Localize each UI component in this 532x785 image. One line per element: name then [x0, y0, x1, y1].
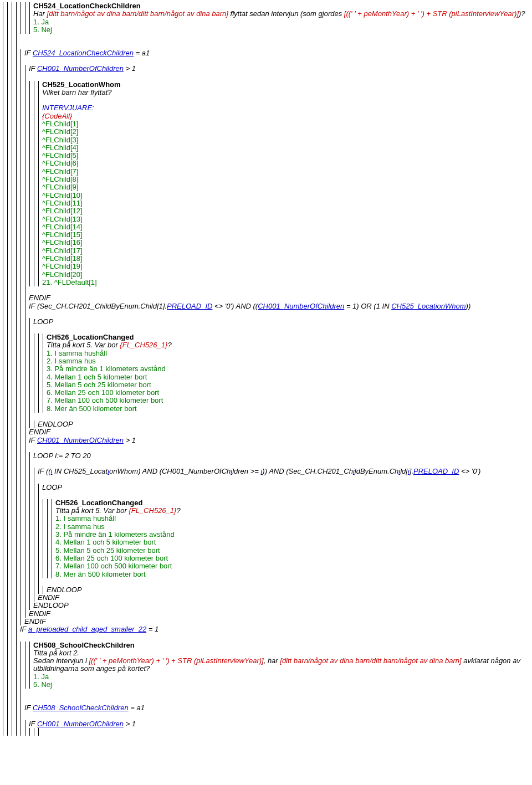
ch525-children-list: ^FLChild[1]^FLChild[2]^FLChild[3]^FLChil…: [40, 120, 532, 279]
link-ch524[interactable]: CH524_LocationCheckChildren: [33, 49, 134, 57]
text: flyttat sedan intervjun (som gjordes: [228, 9, 344, 18]
keyword-if: IF: [29, 64, 37, 73]
ch525-child-7: ^FLChild[7]: [40, 168, 532, 176]
fill-text: [ditt barn/något av dina barn/ditt barn/…: [280, 656, 461, 665]
ch508-q1: Titta på kort 2.: [31, 649, 532, 657]
ch525-child-14: ^FLChild[14]: [40, 223, 532, 231]
text: IF ((: [38, 467, 51, 475]
if-ch524: IF CH524_LocationCheckChildren = a1: [22, 49, 532, 57]
ch526b-a5: 5. Mellan 5 och 25 kilometer bort: [53, 547, 532, 555]
keyword-if: IF: [24, 704, 33, 712]
questionnaire-routing: CH524_LocationCheckChildren Har [ditt ba…: [0, 0, 532, 747]
ch525-child-18: ^FLChild[18]: [40, 255, 532, 263]
ch525-child-2: ^FLChild[2]: [40, 128, 532, 136]
ch525-child-11: ^FLChild[11]: [40, 199, 532, 207]
ch526b-a1: 1. I samma hushåll: [53, 515, 532, 522]
ch526-a6: 6. Mellan 25 och 100 kilometer bort: [44, 389, 532, 397]
ch525-child-20: ^FLChild[20]: [40, 271, 532, 279]
fill-text: [ditt barn/något av dina barn/ditt barn/…: [47, 9, 228, 18]
ch526-a1: 1. I samma hushåll: [44, 350, 532, 357]
link-preloaded-22[interactable]: a_preloaded_child_aged_smaller_22: [28, 625, 146, 633]
text: <> '0') AND ((: [212, 302, 258, 310]
text: Titta på kort 5. Var bor: [47, 341, 120, 349]
ch526b-question: Titta på kort 5. Var bor {FL_CH526_1}?: [53, 507, 532, 515]
link-ch508[interactable]: CH508_SchoolCheckChildren: [33, 704, 129, 712]
loop-2: LOOP: [40, 484, 532, 491]
text: )?: [519, 9, 525, 18]
if-numchildren-2: IF CH001_NumberOfChildren > 1: [27, 437, 532, 444]
loop-1: LOOP: [31, 318, 532, 326]
if-i-in: IF ((i IN CH525_LocationWhom) AND (CH001…: [35, 468, 532, 475]
ch526b-a7: 7. Mellan 100 och 500 kilometer bort: [53, 562, 532, 570]
ch525-interviewer: INTERVJUARE:: [40, 104, 532, 112]
text: = 1) OR (1 IN: [344, 302, 391, 310]
if-numchildren-3: IF CH001_NumberOfChildren > 1: [27, 720, 532, 728]
keyword-if: IF: [20, 625, 28, 633]
text: > 1: [124, 64, 136, 73]
ch526b-title: CH526_LocationChanged: [53, 499, 532, 507]
text: ].: [410, 467, 413, 475]
text: ld[: [400, 467, 408, 475]
link-ch001[interactable]: CH001_NumberOfChildren: [37, 64, 124, 73]
ch508-a1: 1. Ja: [31, 673, 532, 681]
endloop-3: ENDLOOP: [31, 602, 532, 609]
ch525-child-8: ^FLChild[8]: [40, 176, 532, 183]
text: , har: [264, 656, 280, 665]
keyword-if: IF: [29, 720, 37, 728]
ch525-child-5: ^FLChild[5]: [40, 152, 532, 160]
text: )) AND (Sec_CH.CH201_Ch: [262, 467, 353, 475]
text: IN CH525_Locat: [52, 467, 108, 475]
ch525-child-3: ^FLChild[3]: [40, 136, 532, 144]
ch525-child-13: ^FLChild[13]: [40, 216, 532, 223]
endif-4: ENDIF: [27, 610, 532, 618]
ch525-child-1: ^FLChild[1]: [40, 120, 532, 128]
fill-text: {FL_CH526_1}: [129, 506, 176, 515]
ch525-child-15: ^FLChild[15]: [40, 231, 532, 239]
link-ch001[interactable]: CH001_NumberOfChildren: [258, 302, 344, 310]
ch526b-a6: 6. Mellan 25 och 100 kilometer bort: [53, 555, 532, 562]
ch525-child-16: ^FLChild[16]: [40, 239, 532, 247]
ch525-answer-21: 21. ^FLDefault[1]: [40, 279, 532, 286]
ch508-title: CH508_SchoolCheckChildren: [31, 642, 532, 649]
text: ldByEnum.Ch: [355, 467, 398, 475]
text: Titta på kort 5. Var bor: [55, 506, 129, 515]
ch508-a5: 5. Nej: [31, 681, 532, 689]
link-preload-id[interactable]: PRELOAD_ID: [167, 302, 212, 310]
if-ch508: IF CH508_SchoolCheckChildren = a1: [22, 704, 532, 712]
ch508-q2: Sedan intervjun i [((' ' + peMonthYear) …: [31, 657, 532, 673]
if-sec-ch: IF (Sec_CH.CH201_ChildByEnum.Child[1].PR…: [27, 302, 532, 310]
ch525-child-6: ^FLChild[6]: [40, 160, 532, 167]
fill-text: [((' ' + peMonthYear) + ' ') + STR (piLa…: [89, 656, 263, 665]
text: onWhom) AND (CH001_NumberOfCh: [109, 467, 231, 475]
ch526-a3: 3. På mindre än 1 kilometers avstånd: [44, 365, 532, 373]
loop-i: LOOP i:= 2 TO 20: [31, 452, 532, 460]
link-ch001[interactable]: CH001_NumberOfChildren: [37, 436, 124, 444]
endif-1: ENDIF: [27, 294, 532, 302]
ch524-title: CH524_LocationCheckChildren: [31, 2, 532, 10]
ch526b-a2: 2. I samma hus: [53, 523, 532, 531]
ch526-a4: 4. Mellan 1 och 5 kilometer bort: [44, 373, 532, 381]
link-preload-id[interactable]: PRELOAD_ID: [413, 467, 459, 475]
ch526-a2: 2. I samma hus: [44, 357, 532, 365]
ch525-child-17: ^FLChild[17]: [40, 247, 532, 255]
ch526-title: CH526_LocationChanged: [44, 334, 532, 341]
ch526b-a4: 4. Mellan 1 och 5 kilometer bort: [53, 538, 532, 546]
keyword-if: IF: [29, 436, 37, 444]
link-ch525[interactable]: CH525_LocationWhom: [391, 302, 466, 310]
ch525-title: CH525_LocationWhom: [40, 81, 532, 89]
ch526-question: Titta på kort 5. Var bor {FL_CH526_1}?: [44, 341, 532, 349]
endloop-2: ENDLOOP: [44, 586, 532, 594]
ch526b-a8: 8. Mer än 500 kilometer bort: [53, 571, 532, 578]
ch526-a7: 7. Mellan 100 och 500 kilometer bort: [44, 397, 532, 404]
link-ch001[interactable]: CH001_NumberOfChildren: [37, 720, 124, 728]
ch525-child-9: ^FLChild[9]: [40, 183, 532, 191]
text: > 1: [124, 720, 136, 728]
ch525-child-10: ^FLChild[10]: [40, 192, 532, 199]
ch525-child-4: ^FLChild[4]: [40, 144, 532, 152]
text: IF (Sec_CH.CH201_ChildByEnum.Child[1].: [29, 302, 167, 310]
text: Har: [33, 9, 47, 18]
keyword-if: IF: [24, 49, 33, 57]
text: > 1: [124, 436, 136, 444]
ch526b-a3: 3. På mindre än 1 kilometers avstånd: [53, 531, 532, 538]
ch526-a5: 5. Mellan 5 och 25 kilometer bort: [44, 381, 532, 389]
